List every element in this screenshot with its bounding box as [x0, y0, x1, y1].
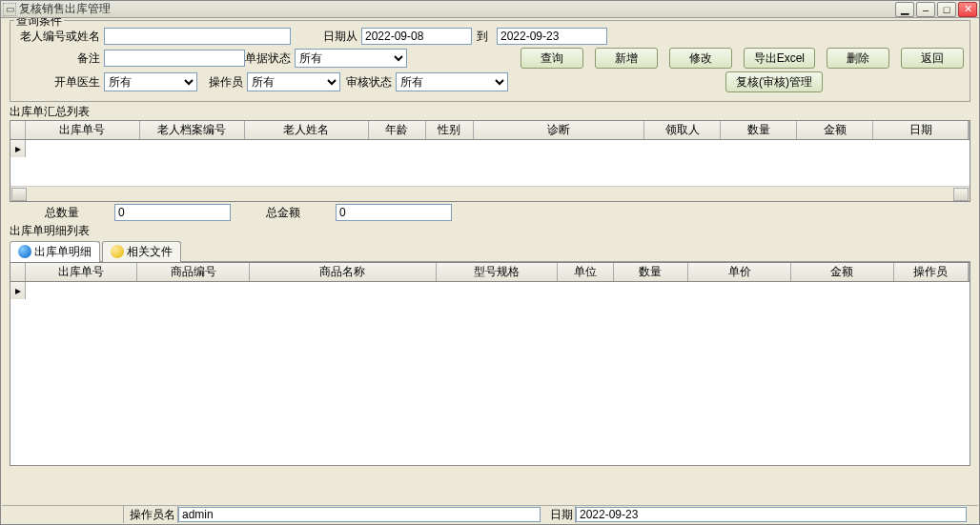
window-title: 复核销售出库管理 [19, 1, 895, 17]
operator-label: 操作员 [197, 74, 247, 91]
column-header[interactable]: 领取人 [644, 121, 721, 139]
column-header[interactable]: 出库单号 [26, 121, 140, 139]
edit-button[interactable]: 修改 [669, 48, 732, 69]
status-date-value [576, 507, 967, 522]
new-button[interactable]: 新增 [595, 48, 658, 69]
doctor-label: 开单医生 [16, 74, 104, 91]
tab-detail[interactable]: 出库单明细 [10, 241, 100, 262]
scroll-right-button[interactable] [953, 188, 969, 201]
bill-status-label: 单据状态 [245, 50, 295, 67]
review-mgmt-button[interactable]: 复核(审核)管理 [725, 71, 823, 92]
total-qty-label: 总数量 [10, 205, 114, 221]
row-indicator-header [10, 263, 26, 281]
summary-list-title: 出库单汇总列表 [10, 104, 978, 120]
column-header-spacer [969, 263, 970, 281]
detail-tabs: 出库单明细 相关文件 [10, 241, 970, 262]
maximize-button[interactable]: □ [937, 2, 956, 17]
detail-grid: 出库单号商品编号商品名称型号规格单位数量单价金额操作员 ▸ [10, 262, 970, 466]
main-area: 查询条件 老人编号或姓名 日期从 到 备注 单据状态 所有 查询 [2, 18, 978, 505]
column-header[interactable]: 老人档案编号 [140, 121, 245, 139]
search-button[interactable]: 查询 [521, 48, 583, 69]
column-header[interactable]: 型号规格 [437, 263, 558, 281]
statusbar: 操作员名 日期 [2, 505, 978, 523]
summary-grid-hscroll[interactable] [10, 186, 970, 201]
operator-select[interactable]: 所有 [247, 72, 340, 91]
column-header[interactable]: 操作员 [894, 263, 969, 281]
window-controls: ▁ – □ ✕ [895, 2, 977, 17]
remark-input[interactable] [104, 50, 245, 67]
column-header[interactable]: 老人姓名 [245, 121, 369, 139]
total-qty-value [114, 204, 231, 221]
total-amount-value [336, 204, 452, 221]
close-button[interactable]: ✕ [958, 2, 977, 17]
folder-icon [111, 245, 124, 258]
column-header[interactable]: 单位 [558, 263, 614, 281]
column-header[interactable]: 诊断 [474, 121, 645, 139]
column-header[interactable]: 商品名称 [250, 263, 437, 281]
date-from-label: 日期从 [304, 29, 361, 45]
content: 查询条件 老人编号或姓名 日期从 到 备注 单据状态 所有 查询 [2, 18, 978, 523]
app-icon: ▭ [3, 3, 16, 16]
detail-list-title: 出库单明细列表 [10, 223, 978, 239]
doctor-select[interactable]: 所有 [104, 72, 197, 91]
column-header[interactable]: 数量 [614, 263, 688, 281]
remark-label: 备注 [16, 50, 104, 67]
status-operator-label: 操作员名 [124, 506, 178, 523]
date-from-input[interactable] [361, 28, 472, 45]
audit-status-label: 审核状态 [340, 74, 396, 91]
audit-status-select[interactable]: 所有 [396, 72, 508, 91]
column-header[interactable]: 数量 [721, 121, 797, 139]
elderly-input[interactable] [104, 28, 291, 45]
column-header[interactable]: 单价 [688, 263, 791, 281]
tab-files[interactable]: 相关文件 [102, 241, 181, 262]
summary-grid-body[interactable]: ▸ [10, 140, 970, 186]
tab-files-label: 相关文件 [127, 244, 173, 260]
window: ▭ 复核销售出库管理 ▁ – □ ✕ 查询条件 老人编号或姓名 日期从 到 [0, 0, 980, 525]
detail-grid-header: 出库单号商品编号商品名称型号规格单位数量单价金额操作员 [10, 263, 970, 282]
query-fieldset: 查询条件 老人编号或姓名 日期从 到 备注 单据状态 所有 查询 [10, 20, 970, 102]
column-header[interactable]: 金额 [791, 263, 894, 281]
column-header-spacer [969, 121, 970, 139]
date-to-label: 到 [472, 29, 497, 45]
export-button[interactable]: 导出Excel [744, 48, 815, 69]
status-date-label: 日期 [544, 506, 576, 523]
totals-row: 总数量 总金额 [10, 204, 970, 221]
delete-button[interactable]: 删除 [827, 48, 889, 69]
row-indicator-header [10, 121, 26, 139]
titlebar: ▭ 复核销售出库管理 ▁ – □ ✕ [1, 1, 979, 18]
column-header[interactable]: 年龄 [369, 121, 426, 139]
back-button[interactable]: 返回 [901, 48, 964, 69]
column-header[interactable]: 性别 [426, 121, 474, 139]
column-header[interactable]: 金额 [797, 121, 873, 139]
column-header[interactable]: 出库单号 [26, 263, 138, 281]
tab-detail-label: 出库单明细 [34, 244, 92, 260]
row-indicator: ▸ [10, 140, 26, 157]
column-header[interactable]: 商品编号 [137, 263, 250, 281]
query-legend: 查询条件 [14, 18, 64, 30]
document-icon [18, 245, 31, 258]
scroll-left-button[interactable] [11, 188, 27, 201]
detail-grid-body[interactable]: ▸ [10, 282, 970, 465]
date-to-input[interactable] [497, 28, 607, 45]
row-indicator: ▸ [10, 282, 26, 299]
bill-status-select[interactable]: 所有 [295, 49, 407, 68]
summary-grid: 出库单号老人档案编号老人姓名年龄性别诊断领取人数量金额日期 ▸ [10, 120, 970, 202]
rollup-button[interactable]: ▁ [895, 2, 914, 17]
summary-grid-header: 出库单号老人档案编号老人姓名年龄性别诊断领取人数量金额日期 [10, 121, 970, 140]
minimize-button[interactable]: – [916, 2, 935, 17]
status-operator-value [178, 507, 541, 522]
elderly-label: 老人编号或姓名 [16, 29, 104, 45]
total-amount-label: 总金额 [231, 205, 336, 221]
column-header[interactable]: 日期 [873, 121, 969, 139]
